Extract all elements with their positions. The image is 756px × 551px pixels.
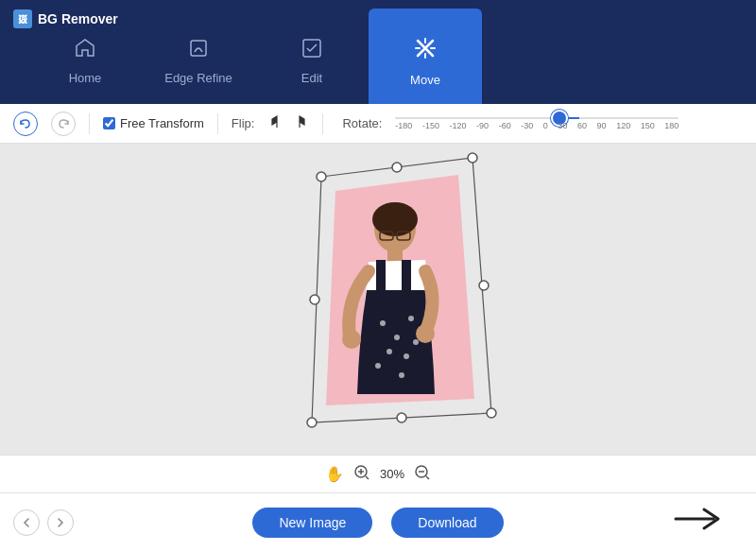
svg-point-20 [399, 372, 404, 378]
zoom-in-button[interactable] [353, 464, 370, 485]
svg-point-23 [468, 153, 477, 163]
divider-1 [89, 113, 90, 134]
app-title: BG Remover [38, 11, 118, 26]
move-icon [412, 35, 438, 67]
footer: New Image Download [0, 492, 756, 551]
flip-horizontal-button[interactable] [267, 112, 286, 134]
flip-label: Flip: [232, 116, 255, 130]
edit-icon [301, 37, 323, 65]
free-transform-label: Free Transform [120, 116, 204, 130]
svg-point-22 [317, 172, 326, 181]
svg-point-21 [413, 339, 419, 345]
tab-move[interactable]: Move [369, 9, 482, 112]
edge-refine-icon [187, 37, 210, 65]
zoom-bar: ✋ 30% [0, 455, 756, 492]
free-transform-checkbox[interactable]: Free Transform [103, 116, 204, 130]
prev-button[interactable] [13, 509, 40, 536]
svg-point-9 [342, 330, 361, 349]
svg-rect-8 [402, 260, 411, 302]
canvas-area[interactable] [0, 144, 756, 455]
flip-vertical-button[interactable] [290, 112, 309, 134]
svg-point-14 [380, 320, 386, 326]
svg-point-5 [372, 202, 418, 236]
download-button[interactable]: Download [391, 508, 503, 538]
svg-line-33 [366, 476, 369, 479]
tab-edit-label: Edit [301, 71, 322, 85]
svg-line-36 [426, 476, 429, 479]
download-arrow-indicator [671, 505, 728, 540]
tab-home-label: Home [69, 71, 102, 85]
hand-tool-icon[interactable]: ✋ [325, 465, 344, 483]
svg-point-29 [310, 295, 319, 304]
flip-buttons [267, 112, 309, 134]
svg-rect-7 [376, 260, 386, 302]
main-content: Free Transform Flip: Rotate: -180 -150 -… [0, 104, 756, 551]
redo-button[interactable] [51, 112, 76, 136]
svg-point-25 [307, 418, 317, 427]
svg-point-26 [392, 163, 402, 172]
svg-point-17 [387, 349, 392, 354]
free-transform-input[interactable] [103, 117, 115, 129]
transform-container [236, 148, 520, 451]
svg-point-27 [479, 281, 489, 290]
next-button[interactable] [47, 509, 74, 536]
app-logo: 🖼 BG Remover [13, 9, 118, 28]
tab-move-label: Move [410, 73, 440, 87]
rotate-slider[interactable] [395, 117, 679, 119]
toolbar: Free Transform Flip: Rotate: -180 -150 -… [0, 104, 756, 144]
home-icon [74, 37, 96, 65]
zoom-out-button[interactable] [414, 464, 431, 485]
tab-edge-refine[interactable]: Edge Refine [142, 9, 255, 112]
canvas-svg [236, 148, 520, 451]
svg-point-19 [375, 363, 381, 369]
tab-edge-refine-label: Edge Refine [164, 71, 232, 85]
undo-button[interactable] [13, 112, 38, 136]
svg-point-28 [397, 413, 406, 422]
divider-3 [322, 113, 323, 134]
svg-point-16 [408, 316, 414, 321]
new-image-button[interactable]: New Image [252, 508, 372, 538]
svg-point-15 [394, 335, 400, 340]
nav-tabs: Home Edge Refine Edit [9, 9, 747, 112]
svg-point-18 [404, 353, 409, 359]
logo-icon: 🖼 [13, 9, 32, 28]
zoom-value: 30% [380, 467, 404, 481]
rotate-control: -180 -150 -120 -90 -60 -30 0 30 60 90 12… [395, 117, 679, 130]
svg-point-10 [416, 324, 435, 343]
rotate-label: Rotate: [342, 116, 382, 130]
svg-point-24 [487, 408, 496, 418]
divider-2 [217, 113, 218, 134]
nav-bar: 🖼 BG Remover Home Edge Refine [0, 0, 756, 104]
tab-edit[interactable]: Edit [255, 9, 369, 112]
